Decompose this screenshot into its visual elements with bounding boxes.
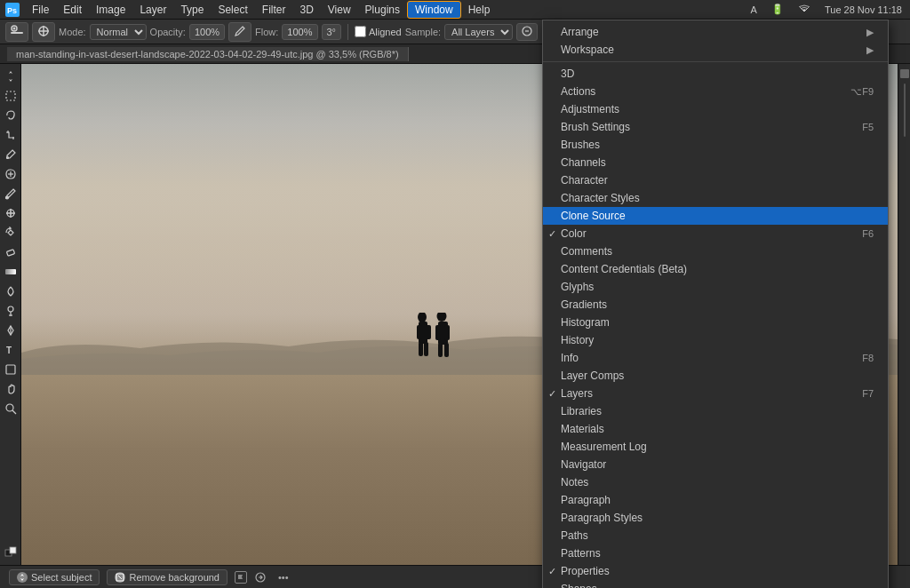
svg-rect-39 [444, 343, 449, 357]
menu-image[interactable]: Image [89, 2, 132, 18]
wifi-icon [794, 4, 815, 16]
tool-gradient[interactable] [2, 263, 20, 281]
menu-select[interactable]: Select [211, 2, 254, 18]
menu-item-content-credentials[interactable]: Content Credentials (Beta) [543, 260, 888, 278]
tool-brush[interactable] [2, 185, 20, 203]
menu-filter[interactable]: Filter [255, 2, 293, 18]
aligned-checkbox[interactable] [355, 26, 366, 37]
menu-plugins[interactable]: Plugins [358, 2, 407, 18]
menu-item-materials[interactable]: Materials [543, 420, 888, 438]
menu-item-paragraph-styles[interactable]: Paragraph Styles [543, 509, 888, 527]
menu-item-workspace[interactable]: Workspace ▶ [543, 41, 888, 59]
tool-shape[interactable] [2, 361, 20, 378]
arrange-arrow-icon: ▶ [866, 27, 874, 38]
menu-item-channels[interactable]: Channels [543, 154, 888, 171]
menu-item-properties[interactable]: Properties [543, 562, 888, 580]
svg-rect-33 [424, 342, 428, 356]
tool-text[interactable]: T [2, 341, 20, 359]
menu-item-info[interactable]: Info F8 [543, 349, 888, 367]
tool-heal[interactable] [2, 165, 20, 183]
svg-text:Ps: Ps [7, 6, 17, 15]
toolbar-extra-icon[interactable] [516, 23, 538, 41]
svg-point-3 [13, 27, 16, 29]
svg-rect-4 [11, 32, 23, 34]
right-scrollbar-thumb[interactable] [904, 83, 906, 137]
flow-value[interactable]: 100% [282, 24, 317, 40]
menu-item-history[interactable]: History [543, 331, 888, 349]
menu-item-brush-settings[interactable]: Brush Settings F5 [543, 118, 888, 136]
menu-window[interactable]: Window [407, 1, 461, 19]
menu-item-patterns[interactable]: Patterns [543, 544, 888, 562]
menu-item-notes[interactable]: Notes [543, 473, 888, 491]
menu-item-adjustments[interactable]: Adjustments [543, 100, 888, 118]
tool-zoom[interactable] [2, 400, 20, 417]
file-tab[interactable]: man-standing-in-vast-desert-landscape-20… [7, 47, 409, 61]
tool-history-brush[interactable] [2, 224, 20, 242]
toolbar-icon-1[interactable] [5, 22, 28, 42]
remove-background-label: Remove background [129, 572, 220, 583]
tool-clone[interactable] [2, 204, 20, 222]
menu-item-layer-comps[interactable]: Layer Comps [543, 367, 888, 385]
menu-item-navigator[interactable]: Navigator [543, 456, 888, 473]
opacity-value[interactable]: 100% [189, 24, 225, 40]
tool-pen[interactable] [2, 322, 20, 339]
tool-eraser[interactable] [2, 243, 20, 261]
menu-item-paragraph[interactable]: Paragraph [543, 491, 888, 509]
svg-line-41 [118, 576, 122, 579]
menu-file[interactable]: File [25, 2, 56, 18]
battery-icon: 🔋 [767, 3, 788, 16]
menu-edit[interactable]: Edit [56, 2, 89, 18]
menu-type[interactable]: Type [173, 2, 211, 18]
sample-select[interactable]: All Layers [444, 24, 513, 40]
menu-item-measurement-log[interactable]: Measurement Log [543, 438, 888, 456]
tool-lasso[interactable] [2, 107, 20, 124]
menu-item-libraries[interactable]: Libraries [543, 402, 888, 420]
select-subject-button[interactable]: Select subject [9, 569, 100, 585]
menu-layer[interactable]: Layer [132, 2, 173, 18]
svg-rect-36 [435, 325, 441, 340]
tool-foreground-color[interactable] [2, 544, 20, 561]
menu-item-character[interactable]: Character [543, 171, 888, 189]
flag-button[interactable] [235, 571, 247, 584]
menu-item-paths[interactable]: Paths [543, 527, 888, 544]
menu-item-color[interactable]: Color F6 [543, 225, 888, 242]
tool-blur[interactable] [2, 282, 20, 300]
tool-selection[interactable] [2, 87, 20, 105]
svg-rect-17 [5, 269, 16, 274]
menu-item-gradients[interactable]: Gradients [543, 296, 888, 314]
remove-background-button[interactable]: Remove background [107, 569, 228, 585]
toolbar-icon-2[interactable] [32, 22, 55, 42]
sample-label: Sample: [405, 27, 441, 37]
aligned-checkbox-label[interactable]: Aligned [355, 26, 402, 37]
edit-button[interactable] [254, 571, 267, 584]
tool-eyedropper[interactable] [2, 146, 20, 163]
menu-item-brushes[interactable]: Brushes [543, 136, 888, 154]
mode-select[interactable]: Normal [90, 24, 147, 40]
menu-item-arrange[interactable]: Arrange ▶ [543, 23, 888, 41]
menu-item-character-styles[interactable]: Character Styles [543, 189, 888, 207]
menu-item-layers[interactable]: Layers F7 [543, 385, 888, 402]
tool-dodge[interactable] [2, 302, 20, 320]
menu-item-glyphs[interactable]: Glyphs [543, 278, 888, 296]
menu-3d[interactable]: 3D [292, 2, 320, 18]
brush-icon[interactable] [228, 22, 251, 42]
menu-item-clone-source[interactable]: Clone Source [543, 207, 888, 225]
menu-item-actions[interactable]: Actions ⌥F9 [543, 83, 888, 100]
menu-item-comments[interactable]: Comments [543, 242, 888, 260]
tool-crop[interactable] [2, 126, 20, 144]
menu-item-3d[interactable]: 3D [543, 65, 888, 83]
menu-help[interactable]: Help [461, 2, 498, 18]
angle-value[interactable]: 3° [322, 24, 342, 40]
menu-item-histogram[interactable]: Histogram [543, 314, 888, 331]
menu-divider-1 [543, 61, 888, 62]
svg-rect-38 [438, 343, 443, 357]
more-options-button[interactable]: ••• [274, 570, 293, 584]
mode-label: Mode: [59, 27, 86, 37]
svg-rect-30 [417, 325, 422, 339]
flow-label: Flow: [255, 27, 278, 37]
tool-move[interactable] [2, 68, 20, 85]
menu-item-shapes[interactable]: Shapes [543, 580, 888, 588]
datetime: Tue 28 Nov 11:18 [820, 4, 906, 16]
menu-view[interactable]: View [321, 2, 358, 18]
tool-hand[interactable] [2, 380, 20, 398]
